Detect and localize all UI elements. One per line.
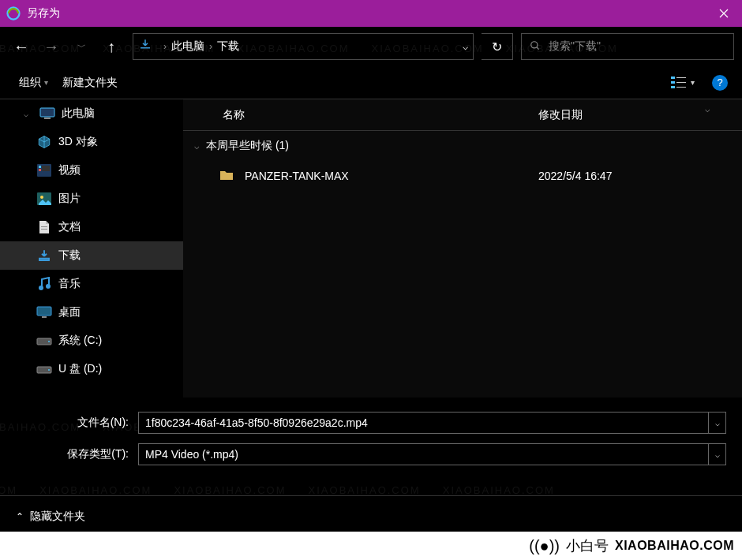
chevron-down-icon: ▾ <box>44 78 48 87</box>
download-folder-icon <box>138 38 152 55</box>
sidebar-item-label: 文档 <box>58 220 81 234</box>
sidebar-item-label: 桌面 <box>58 305 81 319</box>
svg-rect-11 <box>39 166 41 168</box>
chevron-right-icon: › <box>163 41 167 52</box>
svg-rect-13 <box>42 166 50 171</box>
sidebar-item-drive[interactable]: 系统 (C:) <box>0 327 183 355</box>
watermark-domain: XIAOBAIHAO.COM <box>615 539 734 553</box>
column-date[interactable]: 修改日期 <box>538 108 742 122</box>
new-folder-button[interactable]: 新建文件夹 <box>58 73 122 93</box>
close-button[interactable] <box>706 0 742 27</box>
dialog-footer: ⌃ 隐藏文件夹 <box>0 495 742 536</box>
svg-rect-17 <box>41 229 47 230</box>
breadcrumb-item[interactable]: 下载 <box>217 39 239 54</box>
svg-rect-2 <box>671 77 675 79</box>
folder-icon <box>219 170 234 183</box>
filetype-select[interactable]: MP4 Video (*.mp4) ⌵ <box>138 443 726 465</box>
svg-point-23 <box>48 341 50 342</box>
breadcrumb-item[interactable]: 此电脑 <box>171 39 204 54</box>
file-list-area: 名称 修改日期 ⌵ ⌵ 本周早些时候 (1) PANZER-TANK-MAX 2… <box>183 99 742 398</box>
organize-menu[interactable]: 组织 ▾ <box>14 73 53 93</box>
hide-folders-toggle[interactable]: ⌃ 隐藏文件夹 <box>16 510 85 524</box>
sidebar-this-pc[interactable]: ⌵ 此电脑 <box>0 99 183 128</box>
recent-dropdown[interactable]: ﹀ <box>68 33 95 60</box>
svg-point-1 <box>531 41 538 47</box>
column-name[interactable]: 名称 <box>183 108 538 122</box>
filename-input[interactable]: 1f80c234-46af-41a5-8f50-8f0926e29a2c.mp4… <box>138 412 726 434</box>
chevron-down-icon[interactable]: ⌵ <box>463 41 468 52</box>
chevron-up-icon: ⌃ <box>16 511 24 522</box>
watermark-brand: 小白号 <box>566 536 609 555</box>
svg-rect-4 <box>671 81 675 84</box>
chevron-down-icon[interactable]: ⌵ <box>194 141 200 151</box>
cube-icon <box>36 135 52 149</box>
chevron-down-icon: ▾ <box>691 78 695 87</box>
sidebar-item-image[interactable]: 图片 <box>0 185 183 213</box>
sidebar-item-label: 系统 (C:) <box>58 334 102 348</box>
image-icon <box>36 192 52 205</box>
back-button[interactable]: ← <box>8 33 35 60</box>
sidebar-item-cube[interactable]: 3D 对象 <box>0 128 183 156</box>
svg-point-15 <box>40 196 43 199</box>
watermark-strip: ((●)) 小白号 XIAOBAIHAO.COM <box>0 532 742 560</box>
sidebar-item-download[interactable]: 下载 <box>0 241 183 270</box>
save-form: 文件名(N): 1f80c234-46af-41a5-8f50-8f0926e2… <box>0 398 742 483</box>
sidebar-item-label: 视频 <box>58 163 81 177</box>
svg-point-18 <box>39 286 43 290</box>
address-bar[interactable]: › 此电脑 › 下载 ⌵ <box>133 33 474 60</box>
svg-rect-12 <box>39 169 41 171</box>
svg-rect-7 <box>676 87 686 88</box>
chevron-down-icon[interactable]: ⌵ <box>708 413 725 433</box>
drive-icon <box>36 335 52 346</box>
svg-point-25 <box>48 369 50 371</box>
group-header[interactable]: ⌵ 本周早些时候 (1) <box>183 131 742 161</box>
forward-button[interactable]: → <box>38 33 65 60</box>
sidebar-item-doc[interactable]: 文档 <box>0 213 183 241</box>
nav-row: ← → ﹀ ↑ › 此电脑 › 下载 ⌵ ↻ 搜索"下载" <box>0 27 742 66</box>
svg-rect-9 <box>44 118 51 119</box>
svg-rect-3 <box>676 77 686 78</box>
search-placeholder: 搜索"下载" <box>549 39 601 54</box>
sidebar-item-label: 下载 <box>58 248 81 263</box>
sidebar-item-label: 3D 对象 <box>58 135 98 149</box>
view-options-button[interactable]: ▾ <box>670 76 695 90</box>
chevron-down-icon[interactable]: ⌵ <box>24 110 33 118</box>
broadcast-icon: ((●)) <box>529 537 560 555</box>
edge-icon <box>0 6 27 21</box>
video-icon <box>36 164 52 177</box>
help-button[interactable]: ? <box>712 75 728 91</box>
filename-label: 文件名(N): <box>16 416 138 430</box>
filetype-label: 保存类型(T): <box>16 447 138 461</box>
svg-rect-21 <box>42 316 47 318</box>
window-title: 另存为 <box>27 6 60 21</box>
titlebar[interactable]: 另存为 <box>0 0 742 27</box>
svg-rect-8 <box>40 108 54 117</box>
sidebar-item-label: 图片 <box>58 192 81 206</box>
refresh-button[interactable]: ↻ <box>482 33 513 60</box>
music-icon <box>36 277 52 291</box>
sidebar-item-label: 此电脑 <box>62 106 95 121</box>
search-icon <box>530 40 541 54</box>
svg-rect-5 <box>676 82 686 83</box>
sidebar-item-music[interactable]: 音乐 <box>0 270 183 298</box>
svg-rect-20 <box>37 307 51 315</box>
sidebar[interactable]: ⌵ 此电脑 3D 对象视频图片文档下载音乐桌面系统 (C:)U 盘 (D:) <box>0 99 183 398</box>
sidebar-item-desktop[interactable]: 桌面 <box>0 298 183 327</box>
details-view-icon <box>670 76 688 90</box>
search-input[interactable]: 搜索"下载" <box>521 33 734 60</box>
drive-icon <box>36 364 52 375</box>
desktop-icon <box>36 306 52 319</box>
sidebar-item-video[interactable]: 视频 <box>0 156 183 185</box>
sidebar-item-drive[interactable]: U 盘 (D:) <box>0 355 183 383</box>
svg-rect-16 <box>41 226 47 227</box>
sort-indicator-icon: ⌵ <box>705 104 710 114</box>
column-headers: 名称 修改日期 ⌵ <box>183 99 742 131</box>
chevron-down-icon[interactable]: ⌵ <box>708 444 725 465</box>
file-row[interactable]: PANZER-TANK-MAX 2022/5/4 16:47 <box>183 161 742 191</box>
toolbar: 组织 ▾ 新建文件夹 ▾ ? <box>0 66 742 99</box>
sidebar-item-label: U 盘 (D:) <box>58 362 102 376</box>
up-button[interactable]: ↑ <box>98 33 125 60</box>
download-icon <box>36 248 52 263</box>
file-date: 2022/5/4 16:47 <box>538 170 742 182</box>
file-name: PANZER-TANK-MAX <box>245 170 349 182</box>
